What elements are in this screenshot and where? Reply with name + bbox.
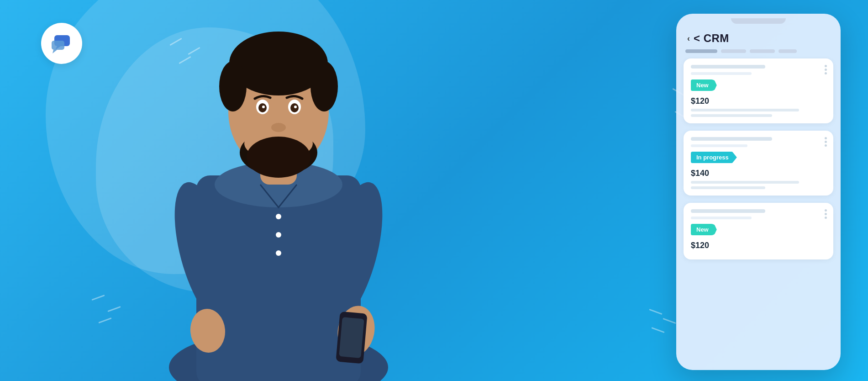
svg-rect-26: [339, 317, 364, 358]
status-label-2: In progress: [696, 154, 729, 161]
dot: [825, 213, 827, 215]
phone-tab-2[interactable]: [721, 49, 746, 53]
svg-rect-2: [52, 41, 64, 50]
chat-icon-svg: [51, 34, 73, 53]
card-bottom-line-1a: [691, 109, 799, 111]
phone-title: < CRM: [694, 32, 729, 45]
dot: [825, 137, 827, 139]
dot: [825, 217, 827, 219]
card-name-placeholder-2: [691, 137, 772, 141]
svg-point-11: [310, 61, 338, 111]
status-badge-3: New: [691, 224, 717, 235]
status-label-1: New: [696, 82, 709, 89]
person-container: [119, 0, 438, 381]
card-menu-dots-2[interactable]: [825, 137, 827, 147]
phone-tabs: [676, 49, 841, 58]
svg-point-28: [276, 214, 281, 219]
svg-marker-3: [53, 50, 57, 53]
card-price-2: $140: [691, 169, 826, 178]
phone-tab-3[interactable]: [750, 49, 775, 53]
svg-point-19: [294, 106, 297, 108]
phone-content: New $120 In progress $140: [676, 58, 841, 259]
svg-point-21: [247, 137, 310, 178]
svg-point-30: [276, 250, 281, 256]
card-detail-placeholder-2: [691, 144, 747, 147]
dot: [825, 65, 827, 67]
card-bottom-line-2b: [691, 186, 765, 189]
card-name-placeholder-3: [691, 209, 765, 213]
dot: [825, 69, 827, 71]
crm-card-1[interactable]: New $120: [684, 58, 833, 123]
svg-point-10: [219, 61, 247, 111]
back-arrow-icon[interactable]: ‹: [687, 34, 690, 43]
crm-card-3[interactable]: New $120: [684, 203, 833, 259]
phone-header: ‹ < CRM: [676, 24, 841, 49]
svg-point-29: [276, 232, 281, 238]
phone-ui: ‹ < CRM New $120: [676, 14, 841, 370]
status-badge-1: New: [691, 79, 717, 91]
phone-tab-4[interactable]: [779, 49, 797, 53]
svg-point-20: [271, 123, 286, 132]
dot: [825, 141, 827, 143]
dot: [825, 72, 827, 74]
card-price-1: $120: [691, 96, 826, 106]
card-menu-dots-1[interactable]: [825, 65, 827, 74]
dot: [825, 209, 827, 212]
card-bottom-line-1b: [691, 114, 772, 117]
card-detail-placeholder-1: [691, 72, 752, 75]
person-svg: [160, 11, 397, 381]
phone-tab-1[interactable]: [685, 49, 717, 53]
dot: [825, 144, 827, 147]
card-menu-dots-3[interactable]: [825, 209, 827, 219]
status-label-3: New: [696, 226, 709, 233]
card-name-placeholder-1: [691, 65, 765, 69]
card-detail-placeholder-3: [691, 217, 752, 219]
crm-card-2[interactable]: In progress $140: [684, 131, 833, 196]
chat-bubbles-icon: [51, 34, 73, 53]
svg-point-18: [262, 106, 265, 108]
card-bottom-line-2a: [691, 181, 799, 184]
card-price-3: $120: [691, 241, 826, 250]
phone-notch: [731, 18, 786, 24]
status-badge-2: In progress: [691, 152, 737, 163]
chat-icon-circle: [41, 23, 82, 64]
